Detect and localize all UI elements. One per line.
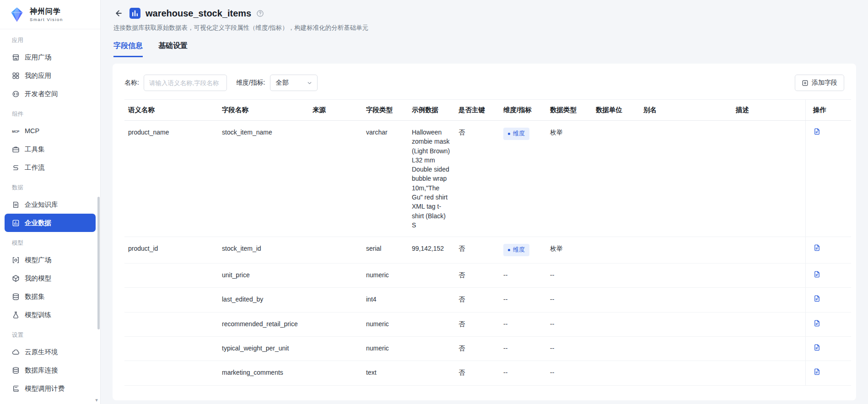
cell-semantic-name — [124, 361, 218, 385]
sidebar-item-my-models[interactable]: 我的模型 — [5, 269, 96, 287]
cell-dimension: -- — [500, 288, 546, 312]
mcp-icon: MCP — [12, 127, 20, 135]
grid-icon — [12, 72, 20, 80]
svg-text:MCP: MCP — [12, 129, 19, 134]
plus-square-icon — [802, 80, 809, 86]
cell-source — [309, 337, 362, 361]
name-filter-input[interactable] — [144, 75, 227, 91]
billing-icon — [12, 385, 20, 393]
cell-field-name: last_edited_by — [218, 288, 309, 312]
brand-text: 神州问学 Smart Vision — [30, 7, 63, 22]
sidebar-scrollbar[interactable] — [97, 197, 100, 329]
dimension-filter-label: 维度/指标: — [236, 79, 265, 87]
cell-description — [732, 312, 805, 336]
dimension-badge: 维度 — [503, 244, 529, 256]
cell-data-unit — [592, 264, 640, 288]
add-field-button[interactable]: 添加字段 — [795, 75, 844, 91]
edit-field-icon[interactable] — [813, 295, 821, 302]
sidebar-item-mcp[interactable]: MCPMCP — [5, 122, 96, 140]
sidebar-item-knowledge-base[interactable]: 企业知识库 — [5, 195, 96, 214]
cell-sample-data — [408, 264, 455, 288]
cell-dimension: -- — [500, 264, 546, 288]
cell-alias — [640, 264, 732, 288]
sidebar-item-developer-space[interactable]: 开发者空间 — [5, 85, 96, 103]
cell-dimension: -- — [500, 361, 546, 385]
cell-field-name: unit_price — [218, 264, 309, 288]
sidebar-scroll-down-icon[interactable]: ▾ — [93, 397, 100, 403]
back-button[interactable] — [113, 7, 124, 19]
cell-data-unit — [592, 337, 640, 361]
cell-action — [805, 237, 851, 264]
cell-description — [732, 288, 805, 312]
sidebar-item-label: 应用广场 — [25, 53, 51, 62]
model-plaza-icon — [12, 256, 20, 264]
cell-data-type: -- — [546, 288, 592, 312]
cell-sample-data — [408, 288, 455, 312]
cell-field-type: numeric — [362, 264, 408, 288]
column-header: 数据单位 — [592, 100, 640, 121]
brand-logo-icon — [8, 6, 26, 23]
column-header: 维度/指标 — [500, 100, 546, 121]
add-field-label: 添加字段 — [812, 79, 837, 87]
edit-field-icon[interactable] — [813, 128, 821, 135]
cell-primary-key: 否 — [455, 237, 500, 264]
edit-field-icon[interactable] — [813, 244, 821, 252]
cell-source — [309, 237, 362, 264]
cell-semantic-name: product_name — [124, 121, 218, 237]
cell-data-type: -- — [546, 312, 592, 336]
cell-source — [309, 121, 362, 237]
cell-action — [805, 121, 851, 237]
sidebar-item-label: 企业知识库 — [25, 200, 58, 209]
column-header: 示例数据 — [408, 100, 455, 121]
help-icon[interactable] — [256, 10, 264, 17]
column-header: 字段名称 — [218, 100, 309, 121]
sidebar-section: 组件MCPMCP工具集工作流 — [0, 110, 100, 177]
column-header: 操作 — [805, 100, 851, 121]
cube-icon — [12, 275, 20, 282]
cell-primary-key: 否 — [455, 337, 500, 361]
cell-dimension: -- — [500, 337, 546, 361]
sidebar-item-app-plaza[interactable]: 应用广场 — [5, 48, 96, 66]
cell-sample-data — [408, 337, 455, 361]
cell-field-type: int4 — [362, 288, 408, 312]
column-header: 数据类型 — [546, 100, 592, 121]
cell-data-type: 枚举 — [546, 121, 592, 237]
cell-primary-key: 否 — [455, 264, 500, 288]
cell-field-type: numeric — [362, 312, 408, 336]
sidebar-item-enterprise-data[interactable]: 企业数据 — [5, 214, 96, 232]
flask-icon — [12, 311, 20, 319]
sidebar-item-label: 我的应用 — [25, 71, 51, 80]
cell-data-type: -- — [546, 361, 592, 385]
sidebar-item-my-apps[interactable]: 我的应用 — [5, 66, 96, 85]
badge-dot-icon — [508, 133, 510, 135]
brand-logo: 神州问学 Smart Vision — [0, 0, 100, 29]
tab-field-info[interactable]: 字段信息 — [113, 41, 143, 57]
edit-field-icon[interactable] — [813, 344, 821, 351]
cell-data-unit — [592, 237, 640, 264]
table-row: product_namestock_item_namevarcharHallow… — [124, 121, 851, 237]
page-subtitle: 连接数据库获取原始数据表，可视化定义字段属性（维度/指标），构建标准化的分析基础… — [113, 24, 856, 32]
sidebar-item-model-plaza[interactable]: 模型广场 — [5, 251, 96, 269]
sidebar-item-billing[interactable]: 模型调用计费 — [5, 379, 96, 398]
dimension-filter-select[interactable]: 全部 — [270, 75, 318, 91]
tab-basic-settings[interactable]: 基础设置 — [158, 41, 188, 57]
sidebar-nav: 应用应用广场我的应用开发者空间组件MCPMCP工具集工作流数据企业知识库企业数据… — [0, 37, 100, 398]
developer-icon — [12, 90, 20, 98]
sidebar-item-db-connection[interactable]: 数据库连接 — [5, 361, 96, 379]
cell-action — [805, 264, 851, 288]
sidebar-item-toolset[interactable]: 工具集 — [5, 140, 96, 158]
cell-data-unit — [592, 121, 640, 237]
cell-semantic-name: product_id — [124, 237, 218, 264]
sidebar-section-label: 应用 — [12, 37, 88, 44]
sidebar-item-label: 企业数据 — [25, 219, 51, 227]
cell-description — [732, 121, 805, 237]
cell-field-type: text — [362, 361, 408, 385]
edit-field-icon[interactable] — [813, 368, 821, 376]
sidebar-item-workflow[interactable]: 工作流 — [5, 158, 96, 177]
edit-field-icon[interactable] — [813, 270, 821, 278]
edit-field-icon[interactable] — [813, 319, 821, 327]
sidebar-item-cloud-env[interactable]: 云原生环境 — [5, 343, 96, 361]
sidebar-item-model-training[interactable]: 模型训练 — [5, 306, 96, 324]
sidebar-item-datasets[interactable]: 数据集 — [5, 287, 96, 306]
cell-description — [732, 264, 805, 288]
